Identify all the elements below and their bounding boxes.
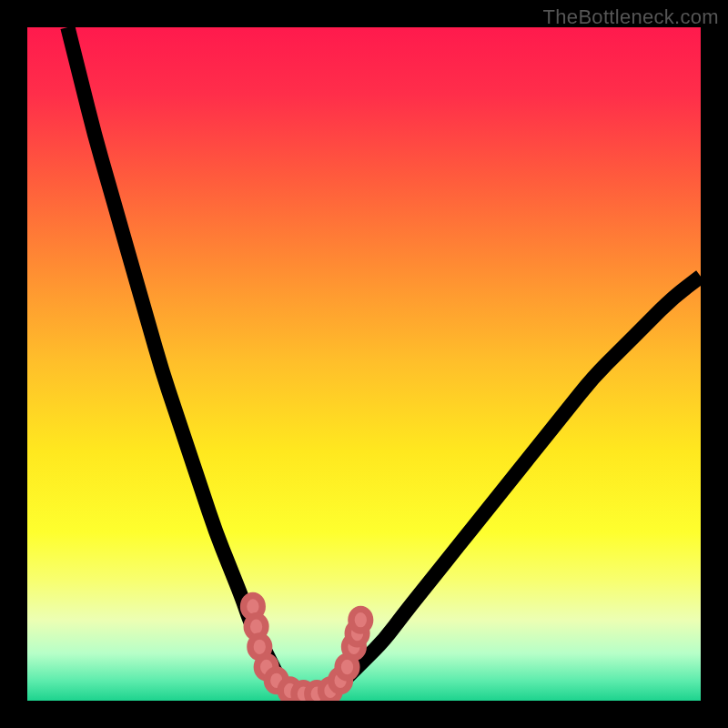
scatter-group xyxy=(244,596,370,701)
scatter-point xyxy=(351,609,370,631)
bottleneck-curve xyxy=(67,27,701,694)
watermark-text: TheBottleneck.com xyxy=(543,5,719,29)
outer-frame: TheBottleneck.com xyxy=(0,0,728,728)
chart-svg xyxy=(27,27,701,701)
plot-area xyxy=(27,27,701,701)
